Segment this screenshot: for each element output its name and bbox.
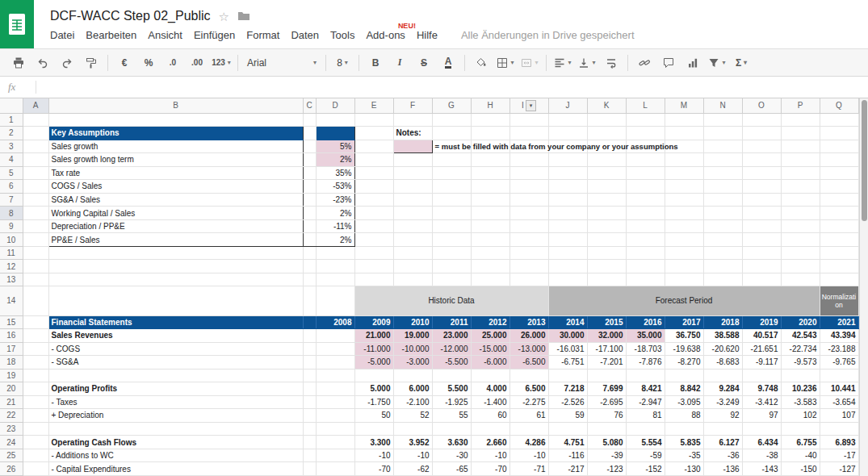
cell-I13[interactable]: [509, 273, 548, 286]
font-family-select[interactable]: Arial ▾: [242, 53, 321, 73]
cell-K13[interactable]: [587, 273, 626, 286]
cell-D18[interactable]: [316, 356, 354, 370]
cell-H1[interactable]: [471, 113, 509, 127]
cell-J22[interactable]: 59: [548, 409, 587, 423]
cell-K6[interactable]: [587, 180, 626, 194]
cell-O20[interactable]: 9.748: [742, 382, 781, 396]
col-header-J[interactable]: J: [548, 98, 587, 113]
cell-E16[interactable]: 21.000: [354, 329, 393, 343]
cell-I11[interactable]: [509, 246, 548, 260]
cell-C22[interactable]: [303, 409, 316, 423]
col-header-E[interactable]: E: [354, 98, 393, 113]
cell-A25[interactable]: [23, 449, 48, 462]
cell-M11[interactable]: [665, 246, 703, 260]
cell-B13[interactable]: [48, 273, 303, 286]
cell-P8[interactable]: [781, 207, 820, 220]
cell-E12[interactable]: [354, 260, 393, 273]
cell-I16[interactable]: 26.000: [509, 329, 548, 343]
menu-datei[interactable]: Datei: [44, 27, 80, 43]
cell-L22[interactable]: 81: [626, 409, 665, 423]
cell-N5[interactable]: [703, 166, 742, 180]
cell-L21[interactable]: -2.947: [626, 395, 665, 409]
cell-G22[interactable]: 55: [432, 409, 471, 423]
cell-F26[interactable]: -62: [393, 462, 432, 476]
cell-Q6[interactable]: [820, 180, 858, 194]
cell-G20[interactable]: 5.500: [432, 382, 471, 396]
cell-K21[interactable]: -2.695: [587, 395, 626, 409]
cell-L19[interactable]: [626, 369, 665, 382]
cell-A17[interactable]: [23, 342, 48, 356]
cell-M16[interactable]: 36.750: [665, 329, 703, 343]
cell-K5[interactable]: [587, 166, 626, 180]
cell-H26[interactable]: -70: [471, 462, 509, 476]
cell-P3[interactable]: [781, 140, 820, 153]
cell-B4[interactable]: Sales growth long term: [48, 153, 303, 167]
cell-O9[interactable]: [742, 219, 781, 233]
move-folder-icon[interactable]: [237, 11, 250, 21]
cell-F21[interactable]: -2.100: [393, 395, 432, 409]
cell-L12[interactable]: [626, 260, 665, 273]
cell-H6[interactable]: [471, 180, 509, 194]
cell-Q19[interactable]: [820, 369, 858, 382]
cell-F13[interactable]: [393, 273, 432, 286]
cell-C6[interactable]: [303, 180, 316, 194]
cell-N8[interactable]: [703, 207, 742, 220]
cell-D3[interactable]: 5%: [316, 140, 354, 153]
cell-D14[interactable]: [316, 286, 354, 315]
cell-H13[interactable]: [471, 273, 509, 286]
cell-H2[interactable]: [471, 127, 509, 140]
cell-M17[interactable]: -19.638: [665, 342, 703, 356]
menu-tools[interactable]: Tools: [325, 27, 360, 43]
cell-D23[interactable]: [316, 422, 354, 436]
cell-F2[interactable]: Notes:: [393, 127, 432, 140]
cell-F4[interactable]: [393, 153, 432, 167]
cell-D25[interactable]: [316, 449, 354, 462]
cell-B22[interactable]: + Depreciation: [48, 409, 303, 423]
cell-A18[interactable]: [23, 356, 48, 370]
cell-E6[interactable]: [354, 180, 393, 194]
menu-bearbeiten[interactable]: Bearbeiten: [80, 27, 142, 43]
cell-D19[interactable]: [316, 369, 354, 382]
col-header-A[interactable]: A: [23, 98, 48, 113]
cell-F17[interactable]: -10.000: [393, 342, 432, 356]
cell-B8[interactable]: Working Capital / Sales: [48, 207, 303, 220]
cell-E8[interactable]: [354, 207, 393, 220]
col-header-D[interactable]: D: [316, 98, 354, 113]
cell-L25[interactable]: -59: [626, 449, 665, 462]
cell-O16[interactable]: 40.517: [742, 329, 781, 343]
cell-I24[interactable]: 4.286: [509, 436, 548, 449]
cell-L11[interactable]: [626, 246, 665, 260]
cell-H8[interactable]: [471, 207, 509, 220]
cell-B21[interactable]: - Taxes: [48, 395, 303, 409]
cell-B1[interactable]: [48, 113, 303, 127]
cell-J1[interactable]: [548, 113, 587, 127]
cell-G25[interactable]: -30: [432, 449, 471, 462]
cell-E10[interactable]: [354, 233, 393, 247]
cell-P1[interactable]: [781, 113, 820, 127]
cell-E25[interactable]: -10: [354, 449, 393, 462]
col-header-F[interactable]: F: [393, 98, 432, 113]
cell-B19[interactable]: [48, 369, 303, 382]
cell-K18[interactable]: -7.201: [587, 356, 626, 370]
cell-Q25[interactable]: -17: [820, 449, 858, 462]
col-header-Q[interactable]: Q: [820, 98, 858, 113]
cell-M7[interactable]: [665, 193, 703, 207]
cell-C18[interactable]: [303, 356, 316, 370]
cell-Q10[interactable]: [820, 233, 858, 247]
cell-M8[interactable]: [665, 207, 703, 220]
cell-F24[interactable]: 3.952: [393, 436, 432, 449]
cell-L9[interactable]: [626, 219, 665, 233]
cell-G1[interactable]: [432, 113, 471, 127]
cell-G2[interactable]: [432, 127, 471, 140]
cell-L1[interactable]: [626, 113, 665, 127]
cell-E20[interactable]: 5.000: [354, 382, 393, 396]
cell-C25[interactable]: [303, 449, 316, 462]
cell-D9[interactable]: -11%: [316, 219, 354, 233]
cell-N26[interactable]: -136: [703, 462, 742, 476]
year-header-2017[interactable]: 2017: [665, 315, 703, 329]
cell-Q22[interactable]: 107: [820, 409, 858, 423]
cell-M13[interactable]: [665, 273, 703, 286]
cell-P21[interactable]: -3.583: [781, 395, 820, 409]
cell-I12[interactable]: [509, 260, 548, 273]
cell-O13[interactable]: [742, 273, 781, 286]
